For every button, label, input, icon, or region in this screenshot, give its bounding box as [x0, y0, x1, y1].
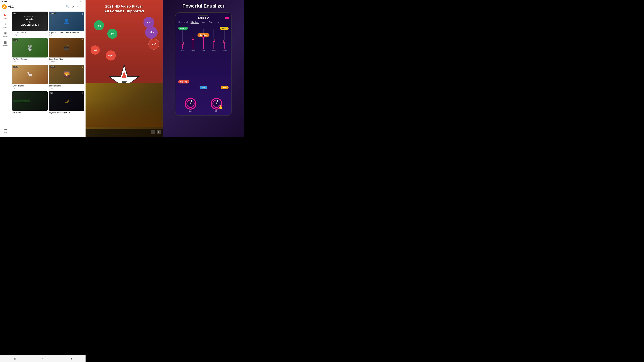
eq-preset-jazz[interactable]: Jazz: [200, 21, 206, 24]
video-info: Micronauts: [12, 111, 48, 115]
signal-text: 4G: [80, 1, 82, 3]
list-item[interactable]: 🐰 720p ⋮ Big Buck Bunny 9:56: [12, 38, 48, 63]
video-badge-1080p: 1080p ✓: [50, 12, 56, 14]
video-menu-button[interactable]: ⋮: [44, 12, 47, 15]
video-thumbnail: 🌙 SD ⋮: [49, 91, 84, 111]
eq-toggle[interactable]: [225, 17, 230, 19]
video-badge-1080p: 1080p: [13, 66, 18, 67]
eq-freq-label-910hz: 910Hz: [202, 50, 205, 51]
sidebar-item-playlists-label: Playlists: [2, 45, 8, 46]
sort-icon[interactable]: ≡: [77, 5, 78, 8]
svg-point-9: [214, 101, 219, 106]
eq-slider-track-14000hz[interactable]: [224, 29, 224, 49]
history-icon[interactable]: ↺: [72, 5, 74, 8]
list-item[interactable]: 👤 1080p ✓ ⋮ Agent 327 Operation Barbersh…: [49, 11, 84, 37]
eq-main-title: Powerful Equalizer: [182, 3, 224, 9]
video-menu-button[interactable]: ⋮: [44, 39, 47, 41]
eq-slider-60hz: 60Hz: [178, 26, 188, 95]
eq-slider-thumb-3600hz[interactable]: [213, 39, 215, 42]
eq-back-button[interactable]: ‹: [178, 16, 178, 19]
ad-title-line2: All Formats Supported: [104, 9, 144, 13]
video-thumbnail: CHAPTER TWO CharlieTheADVENTURER SD ⋮: [12, 11, 48, 31]
video-info: Night of the living dead: [49, 111, 84, 115]
eq-3d-knob[interactable]: 👆: [211, 98, 222, 110]
middle-ad-panel: 2021 HD Video Player All Formats Support…: [86, 0, 163, 137]
vlc-panel: 10:00 ▲ 4G ▮ VLC 🔍 ↺ ≡ ⋮ ▶ Video: [0, 0, 86, 137]
eq-slider-track-910hz[interactable]: [203, 29, 204, 49]
eq-slider-fill-910hz: [203, 36, 204, 49]
eq-bass-knob-container: Bass: [185, 98, 196, 112]
video-sub: 2 videos: [49, 61, 84, 63]
search-icon[interactable]: 🔍: [66, 5, 69, 8]
video-menu-button[interactable]: ⋮: [81, 92, 84, 95]
list-item[interactable]: 🎬 ⋮ Dew Town Mayor 2 videos: [49, 38, 84, 63]
eq-bass-knob[interactable]: [185, 98, 196, 110]
equalizer-screen: ‹ Equalizer Heavy Metal Hip Hop Jazz Cus…: [176, 12, 232, 115]
video-badge-sd: SD: [50, 92, 53, 94]
sidebar-item-more[interactable]: ••• More: [0, 126, 11, 137]
eq-preset-custom[interactable]: Custom: [208, 21, 215, 24]
eq-freq-label-14000hz: 14000Hz: [222, 50, 227, 51]
video-title: Night of the living dead: [49, 111, 84, 114]
format-bubble-ogg: ogg: [94, 20, 104, 30]
eq-slider-thumb-230hz[interactable]: [192, 37, 194, 40]
sidebar-item-browse-label: Browse: [3, 36, 8, 37]
video-title: Micronauts: [12, 111, 47, 114]
more-icon[interactable]: ⋮: [81, 5, 84, 8]
video-thumbnail: 🐰 720p ⋮: [12, 38, 48, 57]
ad-title-line1: 2021 HD Video Player: [105, 4, 143, 8]
list-item[interactable]: 🌙 SD ⋮ Night of the living dead: [49, 91, 84, 115]
eq-preset-heavymetal[interactable]: Heavy Metal: [178, 21, 189, 24]
vlc-nav: ▶ Video ♪ Audio ⊞ Browse ☰ Playlists •••…: [0, 10, 11, 137]
eq-knobs-section: Bass 👆 3D: [178, 96, 230, 113]
eq-slider-thumb-910hz[interactable]: [202, 35, 204, 38]
list-item[interactable]: 🦙 1080p ⋮ Gran dillama 2:26: [12, 65, 48, 90]
ad-background: 2021 HD Video Player All Formats Support…: [86, 0, 163, 137]
eq-slider-track-230hz[interactable]: [193, 29, 193, 49]
eq-slider-14000hz: 14000Hz: [219, 26, 230, 95]
eq-slider-thumb-14000hz[interactable]: [223, 40, 225, 43]
video-title: Agent 327 Operation Barbershop: [49, 31, 84, 34]
eq-slider-thumb-60hz[interactable]: [182, 42, 184, 45]
sidebar-item-video[interactable]: ▶ Video: [0, 11, 11, 21]
list-item[interactable]: MICRONAUTS ⋮ Micronauts: [12, 91, 48, 115]
status-icons: ▲ 4G ▮: [77, 1, 84, 3]
sidebar-item-audio[interactable]: ♪ Audio: [0, 21, 11, 30]
sidebar-item-browse[interactable]: ⊞ Browse: [0, 30, 11, 39]
list-item[interactable]: 🌄 1080p ⋮ Llama drama 1:30: [49, 65, 84, 90]
battery-icon: ▮: [82, 1, 84, 3]
eq-3d-label: 3D: [215, 110, 218, 112]
video-duration: 18:59: [12, 34, 47, 36]
video-title: Gran dillama: [12, 85, 47, 87]
video-menu-button[interactable]: ⋮: [44, 65, 47, 68]
video-menu-button[interactable]: ⋮: [81, 39, 84, 41]
format-bubble-avi: avi: [90, 45, 100, 55]
status-time: 10:00: [2, 1, 7, 3]
eq-freq-label-230hz: 230Hz: [191, 50, 195, 51]
sidebar-item-more-label: More: [4, 132, 7, 133]
sidebar-item-playlists[interactable]: ☰ Playlists: [0, 39, 11, 48]
eq-bass-label: Bass: [188, 110, 192, 112]
eq-sliders-container: Dance Rock Classical Hip Hop Pop Jazz 60…: [178, 26, 230, 95]
browse-icon: ⊞: [4, 31, 7, 35]
video-title: The Adventurer: [12, 31, 47, 34]
eq-slider-track-60hz[interactable]: [182, 29, 183, 49]
eq-preset-hiphop[interactable]: Hip Hop: [190, 21, 199, 24]
video-menu-button[interactable]: ⋮: [81, 12, 84, 15]
video-thumbnail: 🎬 ⋮: [49, 38, 84, 57]
vlc-logo: [2, 4, 7, 9]
video-info: Dew Town Mayor 2 videos: [49, 57, 84, 63]
eq-slider-3600hz: 3600Hz: [209, 26, 219, 95]
eq-freq-label-3600hz: 3600Hz: [212, 50, 216, 51]
video-menu-button[interactable]: ⋮: [44, 92, 47, 95]
eq-slider-track-3600hz[interactable]: [214, 29, 214, 49]
list-item[interactable]: CHAPTER TWO CharlieTheADVENTURER SD ⋮ Th…: [12, 11, 48, 37]
ad-title: 2021 HD Video Player All Formats Support…: [101, 0, 147, 15]
video-menu-button[interactable]: ⋮: [81, 65, 84, 68]
format-bubble-mp3: mp3: [148, 39, 159, 50]
video-badge-sd: SD: [13, 12, 16, 14]
video-duration: 1:30: [49, 87, 84, 89]
video-progress-fill: [88, 135, 110, 135]
format-bubble-mkv: mkv: [145, 26, 158, 39]
eq-freq-label-60hz: 60Hz: [181, 50, 184, 51]
